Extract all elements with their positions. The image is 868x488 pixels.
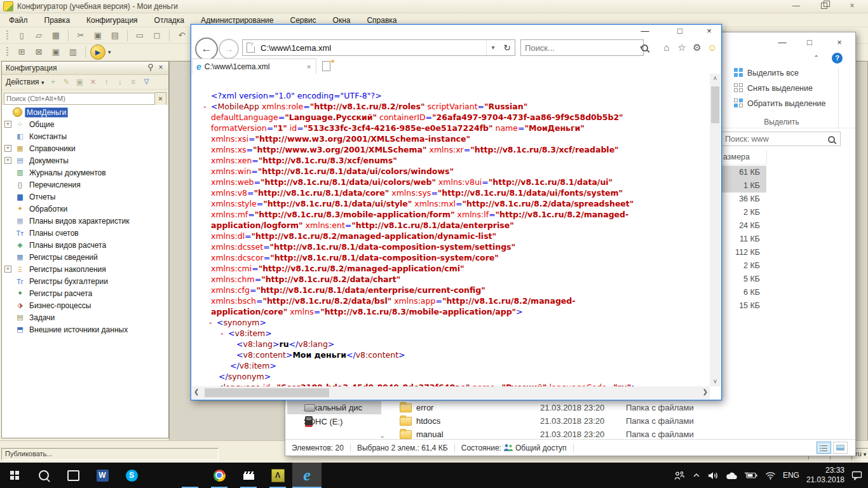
pin-icon[interactable]: [146, 64, 156, 72]
list-button[interactable]: ≡: [128, 78, 138, 86]
horizontal-scroll-thumb[interactable]: [205, 388, 329, 397]
taskbar-skype-button[interactable]: S: [117, 463, 146, 488]
explorer-search-box[interactable]: Поиск: www: [721, 132, 841, 146]
panel-close-button[interactable]: ×: [156, 64, 166, 72]
thumbnails-view-button[interactable]: [833, 442, 848, 454]
taskbar-ie-button[interactable]: e: [292, 463, 322, 488]
ie-minimize-button[interactable]: —: [634, 25, 656, 38]
favorites-star-icon[interactable]: ☆: [674, 41, 689, 55]
tree-item-document-journals[interactable]: ▥Журналы документов: [2, 166, 168, 179]
edit-button[interactable]: ✎: [61, 78, 71, 86]
explorer-minimize-button[interactable]: —: [771, 35, 793, 50]
configuration-tree-button[interactable]: ⊞: [14, 45, 29, 59]
menu-item-configuration[interactable]: Конфигурация: [86, 16, 138, 25]
open-button[interactable]: ▱: [31, 29, 46, 43]
taskbar-remote-desktop-button[interactable]: [146, 463, 175, 488]
paste-button[interactable]: ▤: [107, 29, 123, 43]
cl ear-selection-button[interactable]: Снять выделение: [734, 83, 813, 93]
tree-item-data-processors[interactable]: ✦Обработки: [2, 203, 168, 215]
move-down-button[interactable]: ↓: [114, 78, 125, 86]
menu-item-help[interactable]: Справка: [367, 16, 397, 25]
taskbar-search-button[interactable]: [29, 463, 58, 488]
new-document-button[interactable]: ▯: [14, 29, 29, 43]
ie-close-button[interactable]: ×: [698, 25, 720, 38]
tree-item-business-processes[interactable]: ⬗Бизнес-процессы: [2, 299, 168, 311]
1c-minimize-button[interactable]: —: [787, 1, 806, 11]
tree-search-input[interactable]: [4, 93, 155, 105]
menu-item-administration[interactable]: Администрирование: [201, 16, 273, 25]
home-icon[interactable]: ⌂: [659, 41, 674, 55]
tree-item-constants[interactable]: ◧Константы: [2, 130, 168, 142]
invert-selection-button[interactable]: Обратить выделение: [734, 98, 825, 108]
ribbon-collapse-button[interactable]: ⌃: [813, 54, 819, 62]
horizontal-scrollbar[interactable]: ❮ ❯: [192, 386, 710, 399]
1c-close-button[interactable]: ×: [843, 1, 862, 11]
1c-titlebar[interactable]: Конфигуратор (учебная версия) - Мои день…: [0, 0, 868, 13]
taskbar-start-button[interactable]: [0, 463, 29, 488]
expand-icon[interactable]: +: [4, 157, 11, 164]
tree-item-external-data-sources[interactable]: ⬒Внешние источники данных: [2, 323, 168, 336]
volume-icon[interactable]: [708, 471, 719, 480]
address-dropdown-button[interactable]: ▾: [486, 40, 499, 55]
back-button[interactable]: ←: [195, 37, 218, 60]
scroll-left-arrow[interactable]: ❮: [194, 388, 199, 395]
tree-item-charts-of-calculation-types[interactable]: ◈Планы видов расчета: [2, 239, 168, 251]
nav-item-sdhc[interactable]: SDSDHC (E:): [287, 415, 381, 428]
onedrive-cloud-icon[interactable]: [726, 471, 738, 480]
print-button[interactable]: ▭: [132, 29, 147, 43]
expand-icon[interactable]: +: [4, 145, 11, 152]
print-preview-button[interactable]: ◻: [149, 29, 165, 43]
taskbar-chrome-button[interactable]: [205, 463, 234, 488]
tree-item-charts-of-accounts[interactable]: ТтПланы счетов: [2, 227, 168, 239]
tree-item-root[interactable]: МоиДеньги: [2, 106, 168, 118]
ie-search-box[interactable]: ▾: [520, 39, 644, 56]
save-button[interactable]: ▦: [48, 29, 64, 43]
address-bar[interactable]: ▾ ↻: [242, 39, 515, 56]
tree-item-enumerations[interactable]: {}Перечисления: [2, 179, 168, 191]
search-clear-button[interactable]: ×: [155, 92, 166, 105]
ie-search-input[interactable]: [521, 41, 638, 55]
copy-button[interactable]: ▣: [90, 29, 105, 43]
address-input[interactable]: [259, 41, 486, 55]
help-button[interactable]: ?: [832, 53, 843, 64]
new-tab-button[interactable]: *: [320, 60, 334, 72]
1c-restore-button[interactable]: [815, 1, 834, 11]
tree-item-reports[interactable]: ▆Отчеты: [2, 191, 168, 203]
undo-button[interactable]: ↶: [174, 29, 189, 43]
cut-button[interactable]: ✂: [73, 29, 88, 43]
ie-maximize-button[interactable]: □: [669, 25, 691, 38]
tray-expand-chevron-icon[interactable]: [692, 471, 701, 479]
people-icon[interactable]: [674, 471, 685, 480]
expand-icon[interactable]: +: [4, 121, 11, 128]
vertical-scroll-thumb[interactable]: [711, 86, 719, 123]
tree-item-tasks[interactable]: ▤Задачи: [2, 311, 168, 323]
nav-item-local-disk[interactable]: Локальный дис: [287, 401, 381, 414]
actions-menu-button[interactable]: Действия ▾: [6, 78, 44, 86]
details-view-button[interactable]: [817, 442, 831, 454]
menu-item-debug[interactable]: Отладка: [154, 16, 184, 25]
copy-add-button[interactable]: ▣: [74, 78, 85, 86]
keyboard-language-indicator[interactable]: ENG: [783, 471, 799, 480]
wifi-icon[interactable]: [765, 471, 776, 480]
taskbar-onec-button[interactable]: Λ: [263, 463, 292, 488]
tree-item-information-registers[interactable]: ▦Регистры сведений: [2, 251, 168, 263]
refresh-button[interactable]: ↻: [499, 40, 515, 55]
menu-item-edit[interactable]: Правка: [44, 16, 71, 25]
move-up-button[interactable]: ↑: [101, 78, 111, 86]
scroll-down-arrow[interactable]: ˅: [710, 378, 721, 385]
scroll-up-arrow[interactable]: ˄: [710, 75, 721, 82]
menu-item-service[interactable]: Сервис: [290, 16, 316, 25]
expand-icon[interactable]: +: [4, 266, 11, 273]
tree-item-accounting-registers[interactable]: ТгРегистры бухгалтерии: [2, 275, 168, 287]
tab-1cema-xml[interactable]: e C:\www\1cema.xml ×: [192, 58, 316, 74]
tree-item-charts-of-characteristic-types[interactable]: ▦Планы видов характеристик: [2, 215, 168, 227]
action-center-icon[interactable]: [851, 470, 863, 480]
file-row-error[interactable]: error21.03.2018 23:20Папка с файлами: [400, 401, 853, 414]
vertical-scrollbar[interactable]: ˄ ˅: [710, 74, 721, 386]
close-configuration-button[interactable]: ⊠: [31, 45, 46, 59]
gear-icon[interactable]: ⚙: [689, 41, 705, 55]
tree-item-accumulation-registers[interactable]: +ΞРегистры накопления: [2, 263, 168, 275]
explorer-close-button[interactable]: ×: [827, 35, 852, 50]
tab-close-button[interactable]: ×: [304, 63, 313, 71]
tree-item-common[interactable]: +⁘Общие: [2, 118, 168, 130]
